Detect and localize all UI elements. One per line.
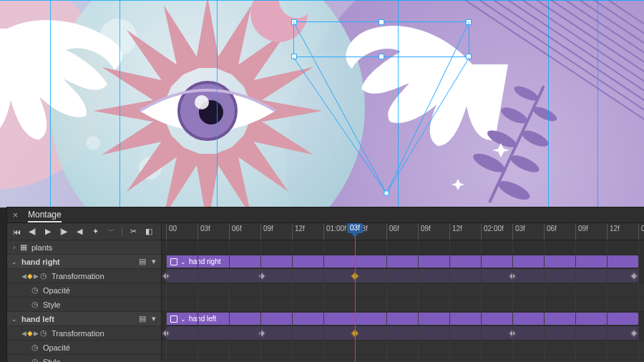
- layer-menu-button[interactable]: ▾: [148, 257, 160, 266]
- ruler-tick: 01:00f: [323, 223, 346, 240]
- track-row-hand-right-transformation[interactable]: [162, 269, 644, 283]
- clip-label: hand right: [189, 258, 220, 265]
- clip-hand-left[interactable]: ⌄ hand left: [166, 313, 638, 325]
- track-row-hand-right[interactable]: ⌄ hand right: [162, 255, 644, 269]
- keyframe-diamond[interactable]: [258, 329, 265, 337]
- panel-close-button[interactable]: ×: [13, 211, 18, 220]
- next-frame-button[interactable]: |▶: [57, 225, 70, 238]
- layer-options-button[interactable]: ▤: [137, 257, 148, 266]
- artwork-illustration: [0, 0, 644, 207]
- property-label: Transformation: [49, 329, 160, 338]
- keyframe-nav[interactable]: ◀◆▶: [21, 329, 39, 337]
- toolbar-separator: [122, 227, 122, 237]
- tracks-area[interactable]: ⌄ hand right ⌄ hand left: [162, 240, 644, 362]
- ruler-tick: 09f: [260, 223, 273, 240]
- ruler-tick: 09f: [418, 223, 431, 240]
- stopwatch-icon[interactable]: ◷: [39, 271, 49, 280]
- layer-tree[interactable]: › ▦ plants ⌄ hand right ▤ ▾ ◀◆▶ ◷ Transf…: [7, 240, 161, 362]
- property-label: Opacité: [40, 286, 160, 295]
- track-row-hand-left-style[interactable]: [162, 355, 644, 362]
- layer-tree-column: ⏮ ◀| ▶ |▶ ◀ ✦ ﹀ ✂ ◧ › ▦ plants: [7, 223, 162, 362]
- timeline-settings-button[interactable]: ✦: [89, 225, 102, 238]
- svg-point-35: [195, 95, 209, 109]
- stopwatch-icon[interactable]: ◷: [30, 357, 40, 362]
- transport-toolbar: ⏮ ◀| ▶ |▶ ◀ ✦ ﹀ ✂ ◧: [7, 223, 161, 240]
- track-row-hand-right-style[interactable]: [162, 298, 644, 312]
- property-row-hand-left-transformation[interactable]: ◀◆▶ ◷ Transformation: [7, 326, 161, 341]
- property-row-hand-right-transformation[interactable]: ◀◆▶ ◷ Transformation: [7, 269, 161, 283]
- property-label: Style: [40, 358, 160, 363]
- layer-options-button[interactable]: ▤: [137, 314, 148, 323]
- time-ruler[interactable]: 0003f06f09f12f01:00f03f06f09f12f02:00f03…: [162, 223, 644, 240]
- layer-label: hand right: [19, 258, 137, 266]
- keyframe-lane-hand-left-transformation[interactable]: [166, 326, 638, 340]
- property-row-hand-left-style[interactable]: ◷ Style: [7, 355, 161, 362]
- ruler-tick: 03f: [197, 223, 210, 240]
- ruler-tick: 03f: [355, 223, 368, 240]
- timeline-track-column[interactable]: 0003f06f09f12f01:00f03f06f09f12f02:00f03…: [162, 223, 644, 362]
- layer-row-hand-left[interactable]: ⌄ hand left ▤ ▾: [7, 312, 161, 326]
- ruler-tick: 06f: [544, 223, 557, 240]
- property-row-hand-left-opacite[interactable]: ◷ Opacité: [7, 341, 161, 355]
- keyframe-diamond[interactable]: [630, 272, 638, 280]
- property-label: Transformation: [49, 272, 160, 280]
- keyframe-nav[interactable]: ◀◆▶: [21, 272, 39, 280]
- split-clip-button[interactable]: ✂: [127, 225, 140, 238]
- prev-frame-button[interactable]: ◀|: [26, 225, 39, 238]
- folder-icon: ▦: [19, 243, 29, 252]
- layer-row-plants[interactable]: › ▦ plants: [7, 240, 161, 255]
- expand-icon[interactable]: ›: [10, 244, 19, 251]
- keyframe-diamond[interactable]: [258, 272, 265, 280]
- go-to-end-button[interactable]: ◀: [73, 225, 86, 238]
- clip-type-icon: [170, 258, 177, 265]
- ruler-tick: 06f: [229, 223, 242, 240]
- stopwatch-icon[interactable]: ◷: [30, 285, 40, 295]
- track-row-plants[interactable]: [162, 240, 644, 255]
- property-label: Style: [40, 300, 160, 309]
- track-row-hand-right-opacite[interactable]: [162, 283, 644, 298]
- ruler-tick: 12f: [607, 223, 620, 240]
- layer-label: hand left: [19, 315, 137, 323]
- panel-tab-montage[interactable]: Montage: [28, 207, 62, 222]
- ruler-tick: 12f: [292, 223, 305, 240]
- clip-type-icon: [170, 315, 177, 323]
- layer-menu-button[interactable]: ▾: [148, 314, 160, 323]
- property-row-hand-right-style[interactable]: ◷ Style: [7, 298, 161, 312]
- collapse-icon[interactable]: ⌄: [10, 315, 19, 323]
- chevron-down-icon: ⌄: [180, 315, 186, 323]
- track-row-hand-left-transformation[interactable]: [162, 326, 644, 341]
- ruler-tick: 12f: [449, 223, 462, 240]
- timeline-menu-button[interactable]: ﹀: [104, 225, 117, 238]
- ruler-tick: 00: [166, 223, 177, 240]
- ruler-tick: 03f: [512, 223, 525, 240]
- layer-label: plants: [29, 243, 160, 252]
- ruler-tick: 02:00f: [481, 223, 504, 240]
- svg-point-15: [86, 136, 100, 150]
- stopwatch-icon[interactable]: ◷: [30, 343, 40, 352]
- toggle-recording-button[interactable]: ◧: [142, 225, 155, 238]
- canvas-viewport[interactable]: [0, 0, 644, 207]
- layer-row-hand-right[interactable]: ⌄ hand right ▤ ▾: [7, 255, 161, 269]
- ruler-tick: 09f: [575, 223, 588, 240]
- property-row-hand-right-opacite[interactable]: ◷ Opacité: [7, 283, 161, 298]
- playhead-line-ruler[interactable]: [355, 223, 356, 240]
- stopwatch-icon[interactable]: ◷: [30, 300, 40, 309]
- timeline-panel: × Montage ⏮ ◀| ▶ |▶ ◀ ✦ ﹀ ✂ ◧ ›: [7, 207, 644, 362]
- panel-tabstrip: × Montage: [7, 207, 644, 223]
- ruler-tick: 06f: [386, 223, 399, 240]
- clip-label: hand left: [189, 315, 216, 323]
- stopwatch-icon[interactable]: ◷: [39, 328, 49, 338]
- chevron-down-icon: ⌄: [180, 258, 186, 265]
- track-row-hand-left[interactable]: ⌄ hand left: [162, 312, 644, 326]
- ruler-tick: 03:00f: [638, 223, 644, 240]
- playhead-line[interactable]: [355, 240, 356, 362]
- keyframe-lane-hand-right-transformation[interactable]: [166, 269, 638, 283]
- play-button[interactable]: ▶: [42, 225, 54, 238]
- clip-hand-right[interactable]: ⌄ hand right: [166, 255, 638, 268]
- keyframe-diamond[interactable]: [630, 329, 638, 337]
- track-row-hand-left-opacite[interactable]: [162, 341, 644, 355]
- go-to-start-button[interactable]: ⏮: [10, 225, 23, 238]
- property-label: Opacité: [40, 343, 160, 352]
- collapse-icon[interactable]: ⌄: [10, 258, 19, 265]
